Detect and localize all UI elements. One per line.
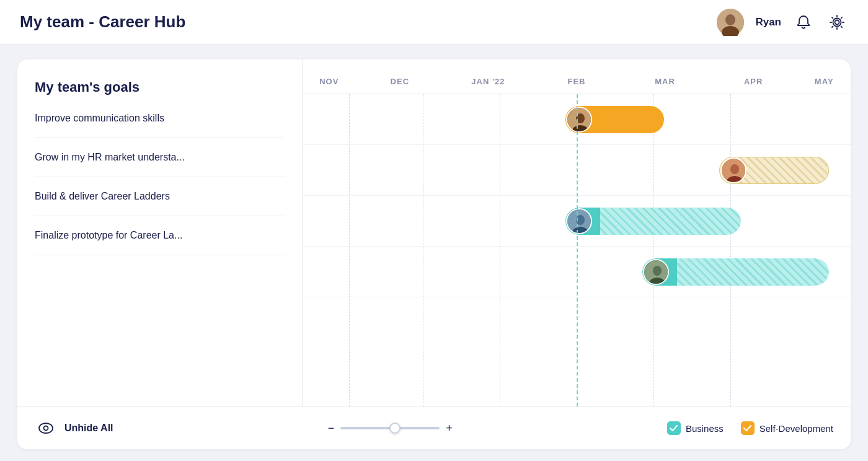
svg-point-1 xyxy=(725,14,735,25)
card-body: My team's goals Improve communication sk… xyxy=(17,59,851,406)
bar-2-beige[interactable] xyxy=(719,157,829,184)
page-title: My team - Career Hub xyxy=(20,12,185,32)
gantt-panel: NOV DEC JAN '22 FEB MAR APR MAY xyxy=(303,59,851,406)
legend-business: Business xyxy=(667,421,724,435)
legend-selfdev: Self-Development xyxy=(741,421,833,435)
goal-item-2[interactable]: Grow in my HR market understa... xyxy=(35,138,285,177)
left-panel: My team's goals Improve communication sk… xyxy=(17,59,303,406)
zoom-slider-thumb[interactable] xyxy=(389,423,401,434)
footer-center: − + xyxy=(328,422,453,435)
gantt-row-4 xyxy=(303,247,851,297)
zoom-slider-track[interactable] xyxy=(340,427,440,429)
svg-point-6 xyxy=(576,113,585,123)
bar-1-yellow[interactable] xyxy=(565,106,664,133)
legend-label-selfdev: Self-Development xyxy=(760,423,833,434)
card-footer: Unhide All − + Business xyxy=(17,406,851,449)
gantt-row-1 xyxy=(303,94,851,145)
eye-icon[interactable] xyxy=(35,417,57,439)
user-name: Ryan xyxy=(755,16,781,29)
bar-2-avatar xyxy=(720,157,746,183)
footer-left: Unhide All xyxy=(35,417,113,439)
gantt-rows xyxy=(303,94,851,406)
month-feb: FEB xyxy=(533,77,621,86)
gantt-row-3 xyxy=(303,196,851,247)
month-may: MAY xyxy=(797,77,851,86)
month-apr: APR xyxy=(709,77,798,86)
goal-item-4[interactable]: Finalize prototype for Career La... xyxy=(35,216,285,255)
gantt-row-empty xyxy=(303,297,851,348)
bar-1-avatar xyxy=(566,107,592,133)
bar-4-tail xyxy=(677,258,829,286)
header-right: Ryan xyxy=(717,9,848,36)
svg-point-17 xyxy=(39,423,53,433)
svg-point-12 xyxy=(576,215,585,225)
bar-4-head xyxy=(642,258,677,286)
month-nov: NOV xyxy=(303,77,356,86)
goal-item-3[interactable]: Build & deliver Career Ladders xyxy=(35,177,285,216)
bar-3-teal[interactable] xyxy=(565,208,741,235)
header: My team - Career Hub Ryan xyxy=(0,0,868,45)
legend-check-business[interactable] xyxy=(667,421,681,435)
main-content: My team's goals Improve communication sk… xyxy=(0,45,868,461)
user-avatar[interactable] xyxy=(717,9,744,36)
svg-point-15 xyxy=(653,266,662,276)
settings-icon[interactable] xyxy=(826,11,848,33)
month-dec: DEC xyxy=(356,77,445,86)
gantt-row-2 xyxy=(303,145,851,196)
goal-list: Improve communication skills Grow in my … xyxy=(35,113,285,394)
bar-4-avatar xyxy=(643,259,669,285)
svg-point-4 xyxy=(833,18,841,26)
notification-icon[interactable] xyxy=(792,11,815,33)
goals-card: My team's goals Improve communication sk… xyxy=(17,59,851,449)
bar-3-avatar xyxy=(566,208,592,234)
bar-3-tail xyxy=(600,208,741,235)
month-mar: MAR xyxy=(621,77,709,86)
zoom-plus-btn[interactable]: + xyxy=(446,422,453,435)
legend-check-selfdev[interactable] xyxy=(741,421,755,435)
svg-point-9 xyxy=(730,164,739,174)
unhide-label[interactable]: Unhide All xyxy=(64,423,113,434)
bar-4-teal[interactable] xyxy=(642,258,829,286)
bar-3-head xyxy=(565,208,600,235)
month-header: NOV DEC JAN '22 FEB MAR APR MAY xyxy=(303,59,851,94)
panel-title: My team's goals xyxy=(35,79,285,95)
footer-right: Business Self-Development xyxy=(667,421,833,435)
month-jan: JAN '22 xyxy=(444,77,533,86)
zoom-minus-btn[interactable]: − xyxy=(328,422,335,435)
svg-point-18 xyxy=(44,426,48,431)
legend-label-business: Business xyxy=(686,423,724,434)
svg-point-3 xyxy=(835,20,839,24)
goal-item-1[interactable]: Improve communication skills xyxy=(35,113,285,138)
